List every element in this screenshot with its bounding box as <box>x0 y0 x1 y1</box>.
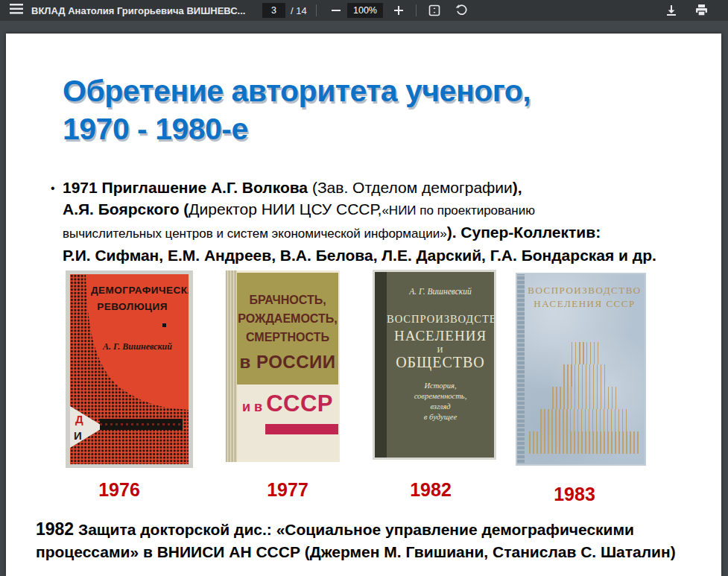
paragraph-segment: Р.И. Сифман, Е.М. Андреев, В.А. Белова, … <box>63 247 656 264</box>
zoom-out-button[interactable] <box>326 0 346 21</box>
pyramid-tier <box>552 387 618 409</box>
paragraph-segment: (Зав. Отделом демографии <box>312 179 513 196</box>
year-label-1982: 1982 <box>410 479 452 501</box>
hamburger-icon <box>10 4 23 17</box>
paragraph-segment: А.Я. Боярского ( <box>63 200 189 218</box>
pdf-toolbar: ВКЛАД Анатолия Григорьевича ВИШНЕВС... 3… <box>0 0 728 21</box>
year-label-1976: 1976 <box>98 479 140 501</box>
paragraph-segment: «НИИ по проектированию <box>382 203 535 218</box>
bullet-paragraph: • 1971 Приглашение А.Г. Волкова (Зав. От… <box>63 177 697 266</box>
paragraph-segment: 1971 Приглашение А.Г. Волкова <box>63 179 312 196</box>
book-title-line: ДЕМОГРАФИЧЕСКАЯ <box>91 285 184 296</box>
book-author: А. Г. Вишневский <box>387 287 494 296</box>
crimson-bar <box>265 424 338 434</box>
population-pyramid <box>525 342 645 454</box>
minus-icon <box>331 5 341 16</box>
footer-paragraph: 1982 Защита докторской дис.: «Социальное… <box>36 518 706 563</box>
book-cover-1977: БРАЧНОСТЬ, РОЖДАЕМОСТЬ, СМЕРТНОСТЬ в РОС… <box>226 270 340 462</box>
book-title-segment: СССР <box>266 390 333 417</box>
slide-title-line2: 1970 - 1980-е <box>63 110 531 148</box>
book-title-line: и в СССР <box>237 390 338 417</box>
zoom-level[interactable]: 100% <box>347 3 383 18</box>
book-title-line: И <box>387 345 494 354</box>
book-author: А. Г. Вишневский <box>91 341 184 352</box>
download-icon <box>665 4 677 16</box>
book-title-line: НАСЕЛЕНИЯ СССР <box>525 298 645 310</box>
zoom-in-button[interactable] <box>389 0 408 21</box>
slide-title: Обретение авторитета ученого, 1970 - 198… <box>63 72 531 148</box>
publisher-strip <box>100 419 183 430</box>
book-title-line: РЕВОЛЮЦИЯ <box>91 301 174 312</box>
book-cover-1983: ВОСПРОИЗВОДСТВО НАСЕЛЕНИЯ СССР <box>516 273 646 466</box>
paragraph-segment: ), <box>513 179 522 196</box>
rotate-icon <box>455 4 468 17</box>
book-cover-1982: А. Г. Вишневский ВОСПРОИЗВОДСТВО НАСЕЛЕН… <box>373 270 496 460</box>
download-button[interactable] <box>662 0 681 21</box>
pyramid-tier <box>529 431 641 454</box>
publisher-logo-letter: Д <box>75 413 83 425</box>
book-1976-cover-art: ДЕМОГРАФИЧЕСКАЯ РЕВОЛЮЦИЯ А. Г. Вишневск… <box>70 274 189 464</box>
pyramid-tier <box>540 409 630 431</box>
book-spine <box>517 274 525 464</box>
pyramid-tier <box>563 364 607 387</box>
fit-to-page-icon <box>428 4 441 17</box>
book-title-line: СМЕРТНОСТЬ <box>237 331 338 344</box>
year-label-1983: 1983 <box>554 484 595 505</box>
pyramid-tier <box>572 342 598 364</box>
print-button[interactable] <box>691 0 711 21</box>
publisher-logo-letter: И <box>74 429 82 442</box>
year-label-1977: 1977 <box>267 479 308 501</box>
footer-segment: Защита докторской дис.: «Социальное упра… <box>74 521 634 538</box>
menu-button[interactable] <box>6 0 27 21</box>
book-title-line: в РОССИИ <box>237 352 338 373</box>
bullet-marker: • <box>51 177 55 199</box>
rotate-button[interactable] <box>452 0 471 21</box>
book-1977-cover-art: БРАЧНОСТЬ, РОЖДАЕМОСТЬ, СМЕРТНОСТЬ в РОС… <box>237 273 338 460</box>
book-title-line: ВОСПРОИЗВОДСТВО <box>525 285 645 297</box>
cover-dot-ornament <box>162 323 166 327</box>
plus-icon <box>393 5 404 16</box>
pdf-page: Обретение авторитета ученого, 1970 - 198… <box>6 34 721 576</box>
book-cover-1976: ДЕМОГРАФИЧЕСКАЯ РЕВОЛЮЦИЯ А. Г. Вишневск… <box>66 270 193 468</box>
book-title-line: НАСЕЛЕНИЯ <box>387 328 494 344</box>
book-title-line: ВОСПРОИЗВОДСТВО <box>387 313 494 326</box>
fit-to-page-button[interactable] <box>425 0 444 21</box>
book-title-line: ОБЩЕСТВО <box>387 354 494 371</box>
toolbar-divider <box>416 4 417 16</box>
page-number-input[interactable]: 3 <box>262 3 285 18</box>
document-title: ВКЛАД Анатолия Григорьевича ВИШНЕВС... <box>31 0 245 21</box>
slide-title-line1: Обретение авторитета ученого, <box>63 72 531 110</box>
book-subtitle: История, современность, взгляд в будущее <box>387 381 494 422</box>
paragraph-segment: Директор НИИ ЦСУ СССР, <box>189 200 382 218</box>
book-spine <box>375 272 387 458</box>
book-spine <box>226 270 237 462</box>
book-1982-cover-art: А. Г. Вишневский ВОСПРОИЗВОДСТВО НАСЕЛЕН… <box>387 272 494 458</box>
book-title-line: БРАЧНОСТЬ, <box>237 294 338 307</box>
book-title-segment: и в <box>242 399 266 414</box>
footer-year: 1982 <box>36 519 74 539</box>
footer-segment: процессами» в ВНИИСИ АН СССР (Джермен М.… <box>36 543 676 560</box>
paragraph-segment: вычислительных центров и систем экономич… <box>63 227 447 241</box>
book-1983-cover-art: ВОСПРОИЗВОДСТВО НАСЕЛЕНИЯ СССР <box>517 274 645 464</box>
book-title-line: РОЖДАЕМОСТЬ, <box>237 312 338 326</box>
paragraph-segment: ). Супер-Коллектив: <box>447 224 601 241</box>
print-icon <box>695 4 708 16</box>
toolbar-divider <box>316 4 317 16</box>
page-count-label: / 14 <box>291 0 307 21</box>
